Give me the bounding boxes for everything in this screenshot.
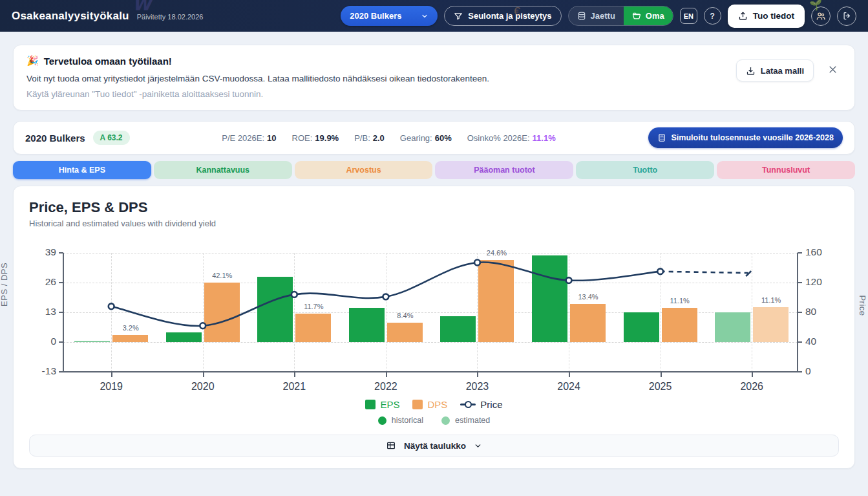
x-axis-tick <box>477 372 478 377</box>
logout-button[interactable] <box>837 6 856 26</box>
top-navigation-bar: W € 🌱 Osakeanalyysityökalu Päivitetty 18… <box>0 0 868 32</box>
last-updated: Päivitetty 18.02.2026 <box>137 13 204 21</box>
chart-subtitle: Historical and estimated values with div… <box>29 219 839 228</box>
x-axis-year-label: 2025 <box>649 381 672 393</box>
price-marker <box>200 323 206 329</box>
users-button[interactable] <box>811 6 831 26</box>
x-axis-year-label: 2022 <box>374 381 397 393</box>
users-icon <box>816 11 826 21</box>
simulate-forecast-label: Simuloitu tulosennuste vuosille 2026-202… <box>672 133 834 142</box>
left-axis-tick-label: 39 <box>30 246 56 258</box>
chevron-down-icon <box>421 12 429 20</box>
import-data-label: Tuo tiedot <box>753 11 794 21</box>
metric: ROE:19.9% <box>292 133 339 143</box>
status-legend: historical estimated <box>29 416 839 425</box>
tab-arvostus[interactable]: Arvostus <box>295 161 433 179</box>
price-marker <box>657 268 663 274</box>
chart-area: EPS / DPS 3926130-1316012080400201920202… <box>29 244 839 394</box>
left-axis-tick <box>59 252 63 253</box>
right-axis-tick-label: 0 <box>805 365 831 377</box>
x-axis-tick <box>661 372 662 377</box>
app-title: Osakeanalyysityökalu <box>12 10 129 23</box>
close-banner-button[interactable] <box>824 59 842 77</box>
right-axis-tick-label: 80 <box>805 306 831 318</box>
legend-price-label: Price <box>480 399 502 410</box>
download-template-label: Lataa malli <box>761 66 804 76</box>
question-icon: ? <box>710 12 715 21</box>
help-button[interactable]: ? <box>704 7 721 25</box>
x-axis-year-label: 2021 <box>283 381 306 393</box>
left-axis-tick-label: -13 <box>30 365 56 377</box>
score-badge: A 63.2 <box>93 131 130 145</box>
company-dropdown[interactable]: 2020 Bulkers <box>341 6 438 26</box>
own-workspace-button[interactable]: Oma <box>624 6 673 25</box>
right-axis-tick <box>798 371 802 372</box>
legend-dps-label: DPS <box>427 399 447 410</box>
historical-dot <box>378 416 386 425</box>
left-axis-tick <box>59 371 63 372</box>
legend-historical: historical <box>378 416 423 425</box>
price-marker <box>291 292 297 297</box>
right-axis-tick-label: 120 <box>805 276 831 288</box>
right-axis-tick <box>798 341 802 343</box>
table-icon <box>386 440 396 451</box>
chart-plot: 3926130-13160120804002019202020212022202… <box>63 253 798 372</box>
estimated-dot <box>441 416 450 425</box>
download-template-button[interactable]: Lataa malli <box>736 59 814 81</box>
welcome-banner: 🎉 Tervetuloa omaan työtilaan! Voit nyt t… <box>13 45 855 111</box>
tab-tunnusluvut[interactable]: Tunnusluvut <box>717 161 855 179</box>
left-axis-tick-label: 26 <box>30 276 56 288</box>
show-table-toggle[interactable]: Näytä taulukko <box>29 435 839 457</box>
database-icon <box>577 12 586 21</box>
shared-workspace-button[interactable]: Jaettu <box>569 6 624 25</box>
tab-pääoman-tuotot[interactable]: Pääoman tuotot <box>435 161 573 179</box>
metric: P/E 2026E:10 <box>222 133 276 143</box>
filter-icon <box>454 12 463 21</box>
party-popper-icon: 🎉 <box>26 55 39 67</box>
language-button[interactable]: EN <box>680 8 697 24</box>
x-axis-tick <box>752 372 753 377</box>
company-summary-bar: 2020 Bulkers A 63.2 P/E 2026E:10ROE:19.9… <box>13 121 855 155</box>
right-axis-tick-label: 40 <box>805 336 831 347</box>
tab-hinta-eps[interactable]: Hinta & EPS <box>13 161 151 179</box>
banner-hint: Käytä yläreunan "Tuo tiedot" -painiketta… <box>26 89 489 99</box>
banner-title: Tervetuloa omaan työtilaan! <box>44 56 172 67</box>
tab-tuotto[interactable]: Tuotto <box>576 161 714 179</box>
folder-open-icon <box>632 12 641 21</box>
metric: Gearing:60% <box>400 133 452 143</box>
left-axis-tick <box>59 312 63 313</box>
left-axis-tick <box>59 341 63 343</box>
chart-legend: EPS DPS Price <box>29 399 839 410</box>
x-axis-year-label: 2019 <box>100 381 123 393</box>
logout-icon <box>842 11 852 21</box>
legend-dps: DPS <box>412 399 447 410</box>
dps-swatch <box>412 400 423 409</box>
calculator-icon <box>657 133 666 142</box>
price-marker <box>109 303 114 309</box>
screening-button-label: Seulonta ja pisteytys <box>468 11 551 21</box>
metric: P/B:2.0 <box>354 133 385 143</box>
left-axis-tick <box>59 282 63 283</box>
x-axis-tick <box>203 372 204 377</box>
banner-body: Voit nyt tuoda omat yritystiedot järjest… <box>26 74 489 83</box>
metric: Osinko% 2026E:11.1% <box>467 133 556 143</box>
tab-kannattavuus[interactable]: Kannattavuus <box>154 161 292 179</box>
price-line-estimated <box>661 272 748 273</box>
section-tabs: Hinta & EPSKannattavuusArvostusPääoman t… <box>13 161 855 179</box>
workspace-segmented-control: Jaettu Oma <box>568 6 673 26</box>
legend-eps: EPS <box>365 399 399 410</box>
own-workspace-label: Oma <box>646 11 664 21</box>
x-axis-tick <box>111 372 112 377</box>
price-line-chart <box>63 253 798 372</box>
import-data-button[interactable]: Tuo tiedot <box>728 5 805 28</box>
x-axis-year-label: 2020 <box>191 381 215 393</box>
close-icon <box>828 65 838 74</box>
simulate-forecast-button[interactable]: Simuloitu tulosennuste vuosille 2026-202… <box>648 127 843 148</box>
left-axis-title: EPS / DPS <box>0 263 9 307</box>
x-axis-year-label: 2024 <box>557 381 580 393</box>
legend-eps-label: EPS <box>380 399 399 410</box>
right-axis-tick <box>798 312 802 313</box>
price-line-swatch <box>460 404 476 405</box>
screening-button[interactable]: Seulonta ja pisteytys <box>444 6 561 26</box>
legend-price: Price <box>460 399 502 410</box>
